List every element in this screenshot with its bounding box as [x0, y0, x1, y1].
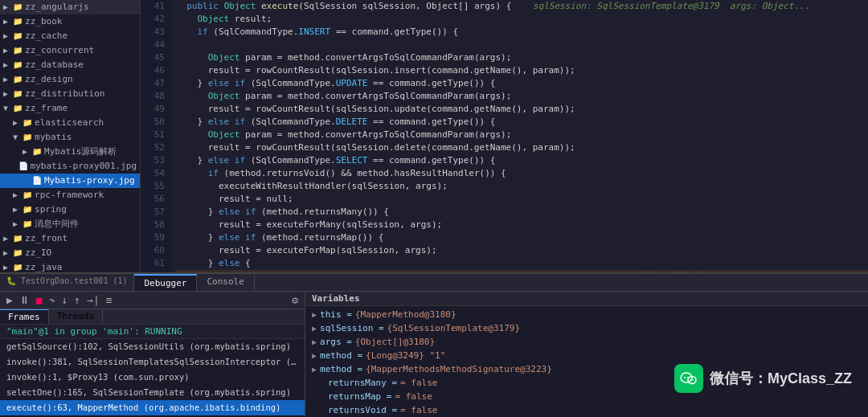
- stack-frame[interactable]: execute():63, MapperMethod (org.apache.i…: [0, 400, 305, 415]
- variable-item[interactable]: ▶this = {MapperMethod@3180}: [305, 308, 868, 321]
- step-into-icon[interactable]: ↓: [59, 293, 69, 307]
- sidebar-item[interactable]: ▶ 📁zz_book: [0, 14, 140, 29]
- sidebar-item-label: zz_java: [25, 261, 62, 272]
- variable-expand-icon[interactable]: ▶: [312, 363, 317, 375]
- tab-console[interactable]: Console: [197, 274, 254, 291]
- sidebar-item[interactable]: ▶ 📁zz_java: [0, 260, 140, 272]
- variable-expand-icon[interactable]: ▶: [312, 322, 317, 334]
- line-number: 48: [141, 90, 165, 103]
- folder-icon: ▶ 📁: [3, 30, 23, 43]
- variable-value: = false: [400, 377, 437, 389]
- debug-label: 🐛: [6, 276, 16, 285]
- frames-tab[interactable]: Frames: [0, 309, 49, 324]
- variable-value: {Long@3249} "1": [366, 350, 445, 362]
- stop-icon[interactable]: ■: [35, 293, 44, 307]
- threads-tab[interactable]: Threads: [49, 309, 103, 324]
- folder-icon: ▶ 📁: [3, 232, 23, 245]
- variable-value: = false: [395, 390, 432, 403]
- line-number: 53: [141, 154, 165, 167]
- sidebar-item[interactable]: ▶ 📁spring: [0, 202, 140, 217]
- sidebar-item-label: zz_front: [25, 232, 68, 245]
- step-over-icon[interactable]: ↷: [47, 293, 57, 307]
- variable-item[interactable]: returnsMap = = false: [305, 390, 868, 403]
- folder-icon: ▶ 📁: [3, 44, 23, 57]
- stack-frame[interactable]: getSqlSource():102, SqlSessionUtils (org…: [0, 339, 305, 354]
- code-line: Object param = method.convertArgsToSqlCo…: [176, 270, 868, 272]
- sidebar-item[interactable]: ▶ 📁zz_IO: [0, 246, 140, 260]
- debug-content: ▶ ⏸ ■ ↷ ↓ ↑ →| ≡ ⚙ Frames Threads "main"…: [0, 292, 868, 417]
- call-stack-panel: ▶ ⏸ ■ ↷ ↓ ↑ →| ≡ ⚙ Frames Threads "main"…: [0, 292, 305, 417]
- variable-item[interactable]: returnsVoid = = false: [305, 403, 868, 417]
- variable-item[interactable]: ▶method = {MapperMethodsMethodSignature@…: [305, 362, 868, 376]
- variable-name: sqlSession =: [320, 322, 383, 334]
- variables-header: Variables: [305, 292, 868, 306]
- pause-icon[interactable]: ⏸: [18, 293, 31, 307]
- folder-icon: ▶ 📁: [13, 203, 32, 216]
- resume-icon[interactable]: ▶: [5, 293, 14, 307]
- stack-frame[interactable]: selectOne():165, SqlSessionTemplate (org…: [0, 385, 305, 400]
- line-number: 44: [141, 39, 165, 51]
- call-stack-list[interactable]: getSqlSource():102, SqlSessionUtils (org…: [0, 339, 305, 417]
- variable-name: method =: [320, 350, 362, 362]
- sidebar-item[interactable]: ▶ 📁Mybatis源码解析: [0, 145, 140, 159]
- step-out-icon[interactable]: ↑: [72, 293, 82, 307]
- variables-list[interactable]: ▶this = {MapperMethod@3180}▶sqlSession =…: [305, 306, 868, 417]
- variable-item[interactable]: ▶args = {Object[]@3180}: [305, 335, 868, 349]
- sidebar-item[interactable]: ▶ 📁消息中间件: [0, 217, 140, 231]
- variables-panel: Variables ▶this = {MapperMethod@3180}▶sq…: [305, 292, 868, 417]
- variable-expand-icon[interactable]: ▶: [312, 309, 317, 321]
- variable-expand-icon[interactable]: ▶: [312, 336, 317, 348]
- sidebar-item[interactable]: ▶ 📁rpc-framework: [0, 188, 140, 202]
- sidebar-item[interactable]: 📄Mybatis-proxy.jpg: [0, 174, 140, 188]
- stack-frame[interactable]: invoke():381, SqlSessionTemplatesSqlSess…: [0, 354, 305, 370]
- variable-name: returnsMap =: [328, 390, 391, 403]
- sidebar-item[interactable]: ▶ 📁zz_distribution: [0, 87, 140, 101]
- sidebar-item-label: elasticsearch: [35, 117, 104, 129]
- sidebar-item[interactable]: ▶ 📁zz_design: [0, 72, 140, 87]
- variable-item[interactable]: ▶sqlSession = {SqlSessionTemplate@3179}: [305, 321, 868, 335]
- variable-name: method =: [320, 363, 362, 375]
- evaluate-icon[interactable]: ≡: [104, 293, 114, 307]
- sidebar-item[interactable]: ▶ 📁elasticsearch: [0, 116, 140, 130]
- sidebar-item[interactable]: ▶ 📁zz_front: [0, 231, 140, 246]
- file-tree[interactable]: ▶ 📁zz_angularjs▶ 📁zz_book▶ 📁zz_cache▶ 📁z…: [0, 0, 141, 272]
- variable-item[interactable]: ▶method = {Long@3249} "1": [305, 349, 868, 362]
- line-number: 51: [141, 129, 165, 141]
- sidebar-item[interactable]: ▶ 📁zz_concurrent: [0, 43, 140, 58]
- line-number: 57: [141, 206, 165, 219]
- thread-status: "main"@1 in group 'main': RUNNING: [6, 326, 182, 337]
- sidebar-item[interactable]: ▼ 📁mybatis: [0, 130, 140, 145]
- sidebar-item-label: zz_concurrent: [25, 44, 94, 57]
- variable-name: args =: [320, 336, 352, 348]
- code-content: public Object execute(SqlSession sqlSess…: [170, 0, 868, 272]
- code-line: } else if (method.returnsMany()) {: [176, 206, 868, 219]
- sidebar-item[interactable]: ▶ 📁zz_angularjs: [0, 0, 140, 14]
- debug-toolbar: ▶ ⏸ ■ ↷ ↓ ↑ →| ≡ ⚙: [0, 292, 305, 309]
- sidebar-item-label: Mybatis源码解析: [44, 145, 117, 158]
- sidebar-item[interactable]: ▶ 📁zz_cache: [0, 29, 140, 43]
- line-number: 52: [141, 141, 165, 154]
- line-number: 46: [141, 64, 165, 77]
- sidebar-item[interactable]: 📄mybatis-proxy001.jpg: [0, 159, 140, 174]
- tab-debugger[interactable]: Debugger: [134, 274, 197, 291]
- code-line: if (SqlCommandType.INSERT == command.get…: [176, 26, 868, 39]
- code-line: result = rowCountResult(sqlSession.delet…: [176, 141, 868, 154]
- sidebar-item-label: zz_angularjs: [25, 1, 88, 14]
- variable-item[interactable]: returnsMany = = false: [305, 376, 868, 390]
- code-line: result = executeForMany(sqlSession, args…: [176, 219, 868, 231]
- variable-expand-icon[interactable]: ▶: [312, 350, 317, 362]
- stack-frame[interactable]: invoke():1, $Proxy13 (com.sun.proxy): [0, 370, 305, 385]
- settings-icon[interactable]: ⚙: [290, 293, 300, 307]
- debug-panel: 🐛 TestOrgDao.test001 (1) Debugger Consol…: [0, 272, 868, 417]
- sidebar-item-label: Mybatis-proxy.jpg: [44, 174, 135, 187]
- debug-file-label: 🐛 TestOrgDao.test001 (1): [0, 274, 134, 291]
- code-line: result = rowCountResult(sqlSession.updat…: [176, 103, 868, 116]
- sidebar-item[interactable]: ▼ 📁zz_frame: [0, 101, 140, 116]
- sidebar-item-label: zz_frame: [25, 102, 68, 115]
- line-number: 59: [141, 231, 165, 244]
- sidebar-item[interactable]: ▶ 📁zz_database: [0, 58, 140, 72]
- code-line: executeWithResultHandler(sqlSession, arg…: [176, 180, 868, 193]
- variable-value: {MapperMethod@3180}: [355, 309, 457, 321]
- sidebar-item-label: zz_book: [25, 15, 62, 28]
- run-to-cursor-icon[interactable]: →|: [85, 293, 101, 307]
